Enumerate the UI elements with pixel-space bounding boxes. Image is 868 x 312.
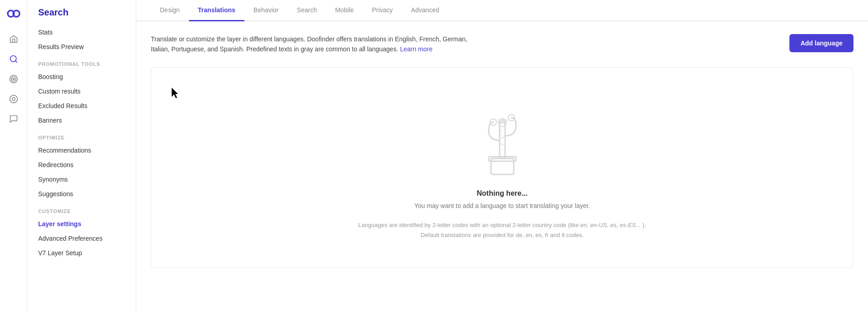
sidebar-item-synonyms[interactable]: Synonyms	[27, 172, 136, 187]
sidebar-item-layer-settings[interactable]: Layer settings	[27, 217, 136, 231]
sidebar-item-v7-layer-setup[interactable]: V7 Layer Setup	[27, 246, 136, 260]
search-nav-icon[interactable]	[5, 51, 22, 67]
tab-behavior[interactable]: Behavior	[244, 0, 288, 21]
home-icon[interactable]	[5, 31, 22, 47]
sidebar-item-stats[interactable]: Stats	[27, 25, 136, 40]
svg-point-7	[10, 95, 17, 103]
learn-more-link[interactable]: Learn more	[400, 45, 433, 53]
tab-bar: Design Translations Behavior Search Mobi…	[136, 0, 868, 21]
sidebar-item-recommendations[interactable]: Recommendations	[27, 143, 136, 158]
sidebar-item-custom-results[interactable]: Custom results	[27, 84, 136, 99]
text-sidebar: Search Stats Results Preview PROMOTIONAL…	[27, 0, 136, 312]
empty-state-note-line2: ).	[642, 222, 646, 228]
svg-rect-11	[500, 122, 505, 158]
cactus-illustration	[466, 95, 539, 177]
sidebar-item-suggestions[interactable]: Suggestions	[27, 187, 136, 201]
empty-state-panel: Nothing here... You may want to add a la…	[151, 67, 853, 268]
tab-search[interactable]: Search	[288, 0, 326, 21]
section-label-customize: CUSTOMIZE	[27, 201, 136, 217]
svg-line-19	[501, 144, 503, 145]
sidebar-item-redirections[interactable]: Redirections	[27, 158, 136, 172]
analytics-icon[interactable]	[5, 91, 22, 107]
sidebar-title: Search	[27, 7, 136, 25]
add-language-button[interactable]: Add language	[789, 34, 853, 52]
sidebar-item-excluded-results[interactable]: Excluded Results	[27, 99, 136, 113]
app-logo[interactable]	[5, 5, 22, 22]
sidebar-item-advanced-preferences[interactable]: Advanced Preferences	[27, 231, 136, 246]
main-content: Design Translations Behavior Search Mobi…	[136, 0, 868, 312]
svg-line-20	[501, 137, 504, 138]
sidebar-item-results-preview[interactable]: Results Preview	[27, 40, 136, 54]
tab-advanced[interactable]: Advanced	[402, 0, 448, 21]
empty-state-note-codes: en, en-US, es, es-ES...	[580, 222, 641, 228]
empty-state-title: Nothing here...	[477, 189, 528, 198]
empty-state-subtitle: You may want to add a language to start …	[414, 202, 590, 209]
svg-point-8	[12, 98, 15, 101]
icon-sidebar	[0, 0, 27, 312]
tab-translations[interactable]: Translations	[189, 0, 244, 21]
svg-point-6	[13, 78, 14, 79]
tab-mobile[interactable]: Mobile	[326, 0, 363, 21]
section-label-optimize: OPTIMIZE	[27, 128, 136, 143]
target-icon[interactable]	[5, 71, 22, 87]
sidebar-item-banners[interactable]: Banners	[27, 113, 136, 128]
empty-state-note-line1: Languages are identified by 2-letter cod…	[358, 222, 579, 228]
empty-state-note: Languages are identified by 2-letter cod…	[358, 220, 646, 240]
content-area: Translate or customize the layer in diff…	[136, 21, 868, 312]
empty-state-note-line3: Default translations are provided for de…	[421, 232, 584, 238]
chat-icon[interactable]	[5, 111, 22, 127]
sidebar-item-boosting[interactable]: Boosting	[27, 69, 136, 84]
description-text: Translate or customize the layer in diff…	[151, 34, 469, 54]
section-label-promotional: PROMOTIONAL TOOLS	[27, 54, 136, 69]
tab-design[interactable]: Design	[151, 0, 189, 21]
tab-privacy[interactable]: Privacy	[363, 0, 402, 21]
description-row: Translate or customize the layer in diff…	[151, 34, 853, 54]
svg-point-5	[11, 77, 16, 81]
svg-line-3	[15, 61, 17, 63]
